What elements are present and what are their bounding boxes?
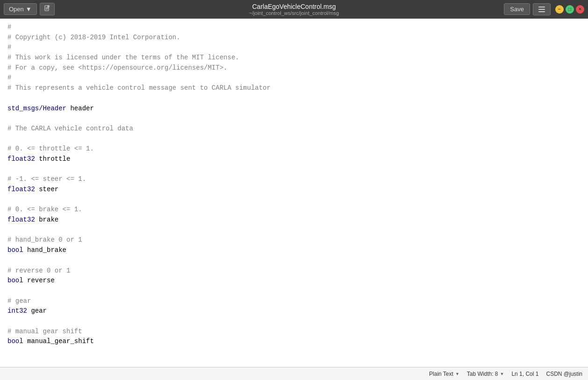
titlebar: Open ▼ CarlaEgoVehicleControl.msg ~/join… bbox=[0, 0, 588, 19]
titlebar-center: CarlaEgoVehicleControl.msg ~/joint_contr… bbox=[249, 3, 339, 16]
window-controls: − □ × bbox=[555, 5, 584, 14]
cursor-position: Ln 1, Col 1 bbox=[511, 371, 538, 377]
title-filename: CarlaEgoVehicleControl.msg bbox=[249, 3, 339, 10]
username: CSDN @justin bbox=[546, 371, 582, 377]
close-button[interactable]: × bbox=[576, 5, 584, 14]
open-label: Open bbox=[9, 6, 24, 13]
tab-width-selector[interactable]: Tab Width: 8 ▼ bbox=[467, 371, 504, 377]
minimize-button[interactable]: − bbox=[555, 5, 564, 14]
open-dropdown-arrow: ▼ bbox=[26, 6, 32, 13]
file-icon bbox=[44, 5, 50, 12]
save-button[interactable]: Save bbox=[504, 3, 530, 15]
titlebar-left: Open ▼ bbox=[4, 3, 55, 15]
tab-width-label: Tab Width: 8 bbox=[467, 371, 498, 377]
menu-button[interactable] bbox=[533, 3, 551, 15]
plain-text-dropdown-arrow: ▼ bbox=[455, 372, 459, 376]
statusbar: Plain Text ▼ Tab Width: 8 ▼ Ln 1, Col 1 … bbox=[0, 367, 588, 380]
file-icon-button[interactable] bbox=[40, 3, 55, 15]
open-button[interactable]: Open ▼ bbox=[4, 3, 37, 15]
hamburger-icon bbox=[537, 6, 546, 13]
titlebar-right: Save − □ × bbox=[504, 3, 584, 15]
plain-text-label: Plain Text bbox=[429, 371, 453, 377]
maximize-button[interactable]: □ bbox=[566, 5, 574, 14]
plain-text-selector[interactable]: Plain Text ▼ bbox=[429, 371, 459, 377]
title-filepath: ~/joint_control_ws/src/joint_control/msg bbox=[249, 10, 339, 16]
editor-area[interactable]: # # Copyright (c) 2018-2019 Intel Corpor… bbox=[0, 19, 588, 367]
editor-content[interactable]: # # Copyright (c) 2018-2019 Intel Corpor… bbox=[7, 22, 581, 347]
tab-width-dropdown-arrow: ▼ bbox=[500, 372, 504, 376]
